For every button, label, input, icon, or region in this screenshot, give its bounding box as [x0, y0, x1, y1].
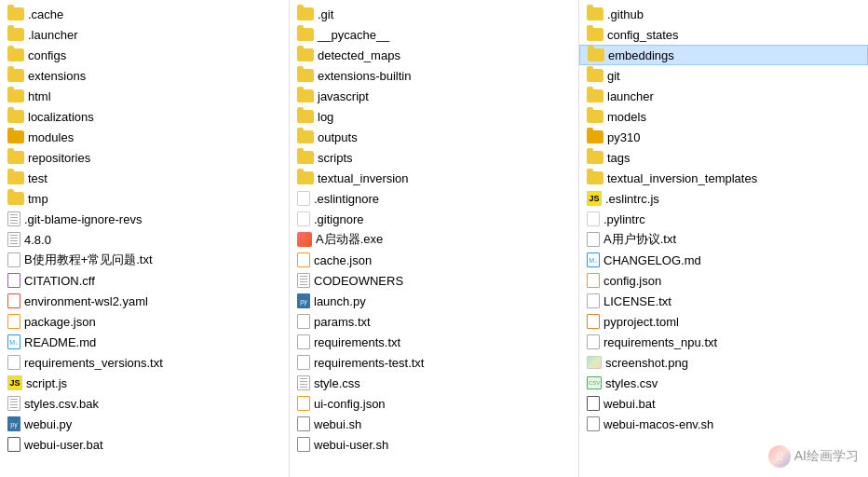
list-item[interactable]: .git-blame-ignore-revs — [0, 209, 289, 229]
list-item[interactable]: M↓README.md — [0, 332, 289, 352]
list-item[interactable]: styles.csv.bak — [0, 393, 289, 414]
list-item[interactable]: embeddings — [579, 45, 868, 65]
list-item[interactable]: style.css — [290, 373, 578, 393]
list-item[interactable]: screenshot.png — [579, 352, 868, 373]
file-name: styles.csv.bak — [24, 397, 99, 411]
list-item[interactable]: JS.eslintrc.js — [579, 188, 868, 209]
json-icon — [297, 252, 310, 267]
list-item[interactable]: pylaunch.py — [290, 291, 578, 311]
list-item[interactable]: 4.8.0 — [0, 229, 289, 250]
list-item[interactable]: CSVstyles.csv — [579, 373, 868, 393]
list-item[interactable]: test — [0, 168, 289, 188]
txt-icon — [587, 293, 600, 308]
file-icon — [7, 232, 20, 247]
list-item[interactable]: LICENSE.txt — [579, 291, 868, 311]
file-name: outputs — [318, 130, 358, 144]
list-item[interactable]: extensions — [0, 65, 289, 86]
folder-icon — [297, 110, 314, 123]
list-item[interactable]: params.txt — [290, 311, 578, 332]
file-name: textual_inversion — [318, 171, 409, 185]
file-name: requirements_versions.txt — [24, 356, 163, 370]
list-item[interactable]: py310 — [579, 127, 868, 147]
list-item[interactable]: pywebui.py — [0, 414, 289, 434]
list-item[interactable]: repositories — [0, 147, 289, 168]
file-name: .launcher — [28, 28, 77, 42]
file-name: screenshot.png — [605, 356, 688, 370]
md-icon: M↓ — [587, 252, 600, 267]
js-icon: JS — [587, 191, 602, 206]
list-item[interactable]: outputs — [290, 127, 578, 147]
list-item[interactable]: package.json — [0, 311, 289, 332]
list-item[interactable]: cache.json — [290, 250, 578, 270]
list-item[interactable]: models — [579, 106, 868, 127]
list-item[interactable]: html — [0, 86, 289, 106]
list-item[interactable]: CODEOWNERS — [290, 270, 578, 291]
list-item[interactable]: launcher — [579, 86, 868, 106]
list-item[interactable]: .launcher — [0, 24, 289, 45]
file-name: textual_inversion_templates — [607, 171, 757, 185]
list-item[interactable]: .gitignore — [290, 209, 578, 229]
file-name: LICENSE.txt — [604, 294, 671, 308]
list-item[interactable]: detected_maps — [290, 45, 578, 65]
file-name: __pycache__ — [318, 28, 389, 42]
list-item[interactable]: JSscript.js — [0, 373, 289, 393]
file-name: config.json — [604, 274, 661, 288]
list-item[interactable]: CITATION.cff — [0, 270, 289, 291]
list-item[interactable]: __pycache__ — [290, 24, 578, 45]
list-item[interactable]: git — [579, 65, 868, 86]
file-name: .eslintignore — [314, 192, 379, 206]
folder-icon — [7, 192, 24, 205]
list-item[interactable]: A用户协议.txt — [579, 229, 868, 250]
folder-icon — [587, 69, 604, 82]
json-icon — [7, 314, 20, 329]
list-item[interactable]: ui-config.json — [290, 393, 578, 414]
file-name: package.json — [24, 315, 96, 329]
list-item[interactable]: log — [290, 106, 578, 127]
list-item[interactable]: configs — [0, 45, 289, 65]
list-item[interactable]: pyproject.toml — [579, 311, 868, 332]
list-item[interactable]: webui-user.bat — [0, 434, 289, 455]
list-item[interactable]: modules — [0, 127, 289, 147]
file-name: webui.py — [24, 417, 72, 431]
list-item[interactable]: tmp — [0, 188, 289, 209]
list-item[interactable]: .git — [290, 4, 578, 24]
list-item[interactable]: config_states — [579, 24, 868, 45]
list-item[interactable]: .cache — [0, 4, 289, 24]
list-item[interactable]: environment-wsl2.yaml — [0, 291, 289, 311]
toml-icon — [587, 314, 600, 329]
list-item[interactable]: .eslintignore — [290, 188, 578, 209]
md-icon: M↓ — [7, 334, 20, 349]
list-item[interactable]: M↓CHANGELOG.md — [579, 250, 868, 270]
file-name: extensions — [28, 69, 86, 83]
list-item[interactable]: textual_inversion — [290, 168, 578, 188]
file-name: test — [28, 171, 47, 185]
txt-icon — [7, 355, 20, 370]
list-item[interactable]: tags — [579, 147, 868, 168]
list-item[interactable]: localizations — [0, 106, 289, 127]
list-item[interactable]: webui-user.sh — [290, 434, 578, 455]
list-item[interactable]: extensions-builtin — [290, 65, 578, 86]
folder-icon — [7, 48, 24, 61]
list-item[interactable]: A启动器.exe — [290, 229, 578, 250]
list-item[interactable]: scripts — [290, 147, 578, 168]
list-item[interactable]: requirements_versions.txt — [0, 352, 289, 373]
file-name: requirements_npu.txt — [604, 335, 717, 349]
file-name: localizations — [28, 110, 94, 124]
folder-icon — [297, 171, 314, 184]
list-item[interactable]: requirements_npu.txt — [579, 332, 868, 352]
list-item[interactable]: javascript — [290, 86, 578, 106]
list-item[interactable]: .github — [579, 4, 868, 24]
list-item[interactable]: webui.sh — [290, 414, 578, 434]
watermark-logo-text: 公 — [775, 450, 784, 463]
file-name: log — [318, 110, 333, 124]
list-item[interactable]: requirements.txt — [290, 332, 578, 352]
list-item[interactable]: textual_inversion_templates — [579, 168, 868, 188]
list-item[interactable]: B使用教程+常见问题.txt — [0, 250, 289, 270]
list-item[interactable]: .pylintrc — [579, 209, 868, 229]
list-item[interactable]: webui.bat — [579, 393, 868, 414]
file-name: html — [28, 89, 51, 103]
file-icon — [7, 396, 20, 411]
list-item[interactable]: config.json — [579, 270, 868, 291]
list-item[interactable]: requirements-test.txt — [290, 352, 578, 373]
list-item[interactable]: webui-macos-env.sh — [579, 414, 868, 434]
